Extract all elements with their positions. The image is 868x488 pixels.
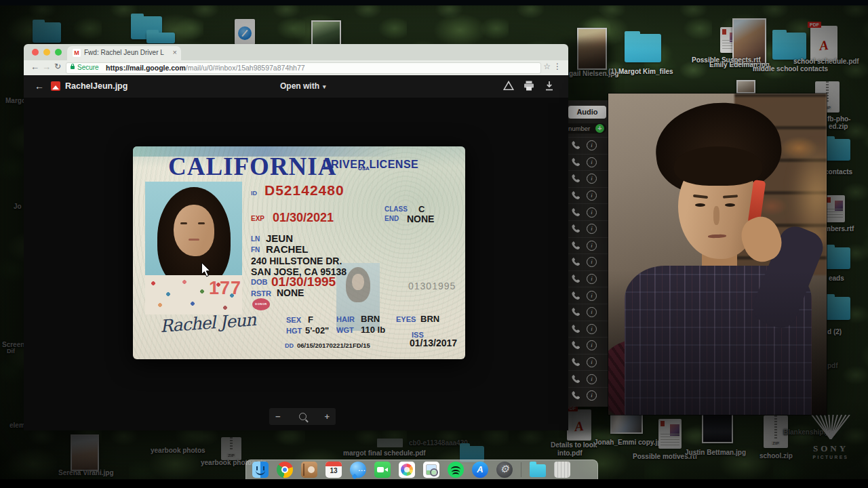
phone-icon[interactable] — [572, 325, 580, 333]
info-icon[interactable]: i — [587, 340, 597, 350]
phone-icon[interactable] — [572, 358, 580, 367]
bookmark-star-icon[interactable]: ☆ — [543, 62, 551, 71]
phone-icon[interactable] — [572, 274, 580, 283]
file-label: Jonah_Emmi copy.jpg — [594, 439, 665, 446]
info-icon[interactable]: i — [587, 274, 597, 284]
secure-badge[interactable]: Secure — [77, 64, 99, 71]
folder-icon[interactable] — [823, 297, 850, 320]
info-icon[interactable]: i — [587, 140, 597, 150]
browser-tab[interactable]: M Fwd: Rachel Jeun Driver Licens × — [67, 46, 181, 60]
file-serena-photo-icon[interactable] — [71, 434, 99, 471]
file-chip[interactable] — [377, 439, 403, 447]
folder-leads-icon[interactable] — [823, 247, 850, 269]
wgt-value: 110 lb — [361, 325, 385, 335]
dock-trash-icon[interactable] — [554, 462, 570, 478]
browser-menu-icon[interactable]: ⋮ — [553, 62, 561, 71]
info-icon[interactable]: i — [587, 207, 597, 218]
desktop-weblink-icon[interactable] — [235, 19, 255, 45]
eyes-label: EYES — [396, 315, 416, 323]
folder-middle-school-contacts-icon[interactable] — [772, 33, 806, 60]
desktop-folder-icon[interactable] — [146, 33, 175, 43]
forward-icon[interactable]: → — [42, 62, 51, 72]
info-icon[interactable]: i — [587, 374, 597, 384]
download-icon[interactable] — [544, 81, 555, 91]
phone-icon[interactable] — [572, 241, 580, 250]
folder-contacts-icon[interactable] — [823, 139, 850, 161]
letterbox-bottom — [0, 479, 868, 488]
info-icon[interactable]: i — [587, 324, 597, 334]
image-file-icon — [51, 81, 60, 91]
dock-chrome-icon[interactable] — [277, 462, 293, 478]
info-icon[interactable]: i — [587, 390, 597, 401]
add-call-button[interactable]: + — [595, 124, 604, 133]
dock-preview-icon[interactable] — [423, 462, 439, 478]
close-window-button[interactable] — [32, 49, 39, 56]
dock-spotify-icon[interactable] — [448, 462, 464, 478]
address-bar[interactable]: Secure https://mail.google.com/mail/u/0/… — [66, 62, 541, 74]
phone-icon[interactable] — [572, 391, 580, 400]
phone-icon[interactable] — [572, 375, 580, 384]
add-to-drive-icon[interactable] — [503, 81, 514, 91]
dock-finder-icon[interactable] — [252, 462, 269, 478]
info-icon[interactable]: i — [587, 157, 597, 167]
file-label: into.pdf — [557, 449, 583, 457]
ln-label: LN — [251, 235, 260, 243]
phone-icon[interactable] — [572, 341, 580, 350]
phone-icon[interactable] — [572, 191, 580, 200]
phone-icon[interactable] — [572, 174, 580, 183]
desktop-folder-icon[interactable] — [33, 22, 61, 43]
viewer-actions — [503, 81, 555, 91]
desktop-photo-icon[interactable] — [736, 80, 755, 94]
phone-icon[interactable] — [572, 224, 580, 233]
file-label-fragment: pdf — [827, 362, 838, 369]
file-label-fragment: elem — [9, 422, 25, 429]
info-icon[interactable]: i — [587, 190, 597, 201]
video-call-window[interactable] — [608, 94, 827, 415]
hair-value: BRN — [361, 314, 380, 324]
phone-icon[interactable] — [572, 158, 580, 167]
zoom-out-button[interactable]: − — [275, 411, 281, 422]
zoom-in-button[interactable]: + — [324, 411, 330, 422]
viewer-back-icon[interactable]: ← — [35, 81, 44, 92]
file-yearbook-zip-icon[interactable]: ZIP — [221, 437, 241, 460]
dock-photos-icon[interactable] — [399, 462, 415, 478]
info-icon[interactable]: i — [587, 357, 597, 367]
info-icon[interactable]: i — [587, 307, 597, 317]
phone-icon[interactable] — [572, 258, 580, 266]
dock-contacts-icon[interactable] — [301, 462, 317, 478]
phone-icon[interactable] — [572, 308, 580, 317]
folder-margot-kim-files-icon[interactable] — [625, 34, 661, 62]
info-icon[interactable]: i — [587, 257, 597, 267]
dock-appstore-icon[interactable] — [472, 462, 488, 478]
dock-calendar-icon[interactable]: 13 — [326, 462, 342, 478]
info-icon[interactable]: i — [587, 241, 597, 251]
file-label: cb0-e11348aaa430 — [409, 439, 468, 447]
phone-icon[interactable] — [572, 291, 580, 300]
info-icon[interactable]: i — [587, 291, 597, 301]
url-path: /mail/u/0/#inbox/15ah98597a874hh77 — [186, 64, 305, 72]
file-possible-motives-icon[interactable] — [658, 419, 682, 449]
ghost-number: 01301995 — [408, 281, 456, 291]
close-tab-icon[interactable]: × — [173, 48, 177, 56]
file-numbers-rtf-icon[interactable] — [825, 195, 845, 222]
dock-facetime-icon[interactable] — [374, 462, 391, 478]
open-with-button[interactable]: Open with▾ — [280, 81, 326, 91]
desktop-photo-icon[interactable] — [311, 20, 341, 46]
dock-messages-icon[interactable] — [350, 462, 366, 478]
dock-downloads-folder-icon[interactable] — [530, 464, 546, 477]
zoom-window-button[interactable] — [55, 49, 62, 56]
info-icon[interactable]: i — [587, 174, 597, 184]
print-icon[interactable] — [524, 81, 534, 91]
minimize-window-button[interactable] — [43, 49, 50, 56]
reload-icon[interactable]: ↻ — [54, 62, 61, 71]
phone-icon[interactable] — [572, 141, 580, 150]
back-icon[interactable]: ← — [31, 62, 39, 72]
info-icon[interactable]: i — [587, 224, 597, 234]
hgt-value: 5'-02" — [305, 325, 329, 336]
phone-icon[interactable] — [572, 208, 580, 217]
dock-settings-icon[interactable] — [496, 462, 513, 478]
zoom-loupe-icon[interactable] — [299, 413, 307, 420]
file-school-schedule-pdf-icon[interactable]: PDF A — [810, 26, 837, 61]
doc-thumb — [835, 201, 843, 211]
audio-tab[interactable]: Audio — [568, 106, 606, 119]
